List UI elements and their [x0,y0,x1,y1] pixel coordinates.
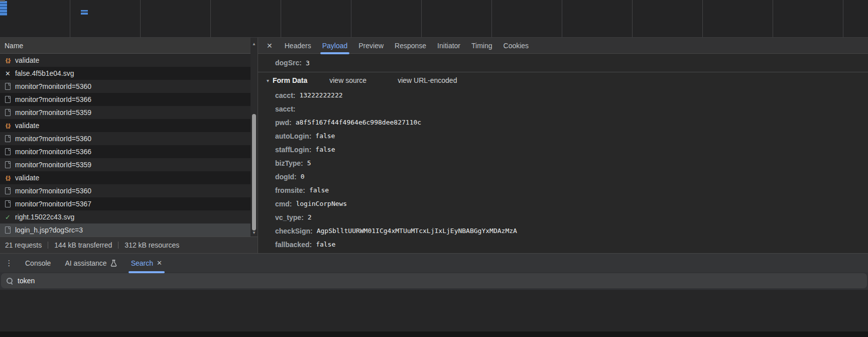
request-row[interactable]: monitor?monitorId=5359 [0,106,251,119]
request-row[interactable]: login_h.jsp?dogSrc=3 [0,223,251,237]
request-row[interactable]: false.4f5b1e04.svg [0,67,251,80]
request-name: monitor?monitorId=5366 [15,95,91,103]
request-row[interactable]: validate [0,171,251,184]
request-row[interactable]: monitor?monitorId=5366 [0,93,251,106]
network-panel: Name validatefalse.4f5b1e04.svgmonitor?m… [0,38,868,253]
request-row[interactable]: validate [0,54,251,67]
param-value: a8f5f167f44f4964e6c998dee827110c [296,119,421,126]
request-row[interactable]: right.15022c43.svg [0,210,251,223]
form-data-param-row: bizType:5 [258,156,868,170]
doc-icon [4,200,12,208]
request-name: validate [15,56,39,64]
query-string-param-row: dogSrc: 3 [258,56,868,69]
param-key: staffLogin: [275,146,311,154]
request-row[interactable]: validate [0,119,251,132]
form-data-param-row: dogId:0 [258,170,868,183]
filmstrip-frame[interactable] [281,0,351,37]
tab-preview[interactable]: Preview [353,38,389,53]
filmstrip-frame[interactable] [422,0,492,37]
name-column-header[interactable]: Name [0,38,251,54]
bottom-edge [0,331,868,337]
request-name: right.15022c43.svg [15,213,74,221]
doc-icon [4,83,12,90]
tab-payload[interactable]: Payload [317,38,353,53]
form-data-param-row: autoLogin:false [258,129,868,143]
tab-response[interactable]: Response [389,38,432,53]
search-field[interactable] [1,273,867,288]
param-key: autoLogin: [275,132,311,140]
filmstrip-frame[interactable] [0,0,70,37]
param-value: loginCorpNews [296,200,347,207]
devtools-window: Name validatefalse.4f5b1e04.svgmonitor?m… [0,0,868,337]
doc-icon [4,96,12,103]
caret-down-icon[interactable]: ▾ [267,78,273,83]
doc-icon [4,109,12,117]
form-data-param-row: vc_type:2 [258,210,868,224]
param-value: 3 [306,59,310,67]
filmstrip-frame[interactable] [492,0,562,37]
search-results-area [0,290,868,331]
request-row[interactable]: monitor?monitorId=5367 [0,197,251,210]
form-data-title[interactable]: Form Data [273,76,307,84]
tab-headers[interactable]: Headers [279,38,317,53]
scroll-up-arrow-icon[interactable]: ▲ [252,38,256,48]
search-icon [7,278,13,284]
scrollbar-thumb[interactable] [252,114,256,231]
search-input[interactable] [18,277,867,285]
request-details-panel: ✕ Headers Payload Preview Response Initi… [258,38,868,253]
request-row[interactable]: monitor?monitorId=5360 [0,132,251,145]
scrollbar-track[interactable] [251,48,258,227]
check-icon [4,213,12,221]
json-icon [4,174,12,182]
param-value: AgpSblltUURWM01ICg4xMTUuMTcxLjIxLjEyNBAB… [317,227,517,235]
filmstrip-frame[interactable] [633,0,703,37]
filmstrip-frame[interactable] [773,0,843,37]
search-tab-label: Search [131,259,153,267]
tab-initiator[interactable]: Initiator [432,38,466,53]
request-name: login_h.jsp?dogSrc=3 [15,226,83,234]
filmstrip-frame[interactable] [141,0,211,37]
form-data-param-row: pwd:a8f5f167f44f4964e6c998dee827110c [258,116,868,129]
view-source-link[interactable]: view source [329,76,366,84]
request-row[interactable]: monitor?monitorId=5360 [0,80,251,93]
tab-console[interactable]: Console [18,254,58,272]
filmstrip-frame[interactable] [351,0,422,37]
request-row[interactable]: monitor?monitorId=5359 [0,158,251,171]
payload-view: dogSrc: 3 ▾ Form Data view source view U… [258,54,868,253]
tab-timing[interactable]: Timing [466,38,498,53]
param-key: checkSign: [275,227,313,235]
resources-size: 312 kB resources [125,241,179,249]
network-filmstrip [0,0,868,38]
tab-cookies[interactable]: Cookies [498,38,535,53]
view-url-encoded-link[interactable]: view URL-encoded [398,76,457,84]
param-key: pwd: [275,119,292,127]
param-key: dogSrc: [275,59,302,67]
json-icon [4,57,12,64]
request-row[interactable]: monitor?monitorId=5366 [0,145,251,158]
more-options-icon[interactable]: ⋮ [0,259,18,268]
param-value: false [315,146,335,153]
doc-icon [4,227,12,234]
tab-ai-assistance[interactable]: AI assistance [58,254,123,272]
filmstrip-frame[interactable] [562,0,633,37]
filmstrip-frame[interactable] [703,0,773,37]
console-tab-label: Console [25,259,51,267]
request-list-scrollbar[interactable]: ▲ ▼ [251,38,258,237]
filmstrip-frame[interactable] [70,0,141,37]
request-row[interactable]: monitor?monitorId=5360 [0,184,251,197]
close-search-tab-icon[interactable]: ✕ [157,259,162,267]
param-value: 2 [308,213,312,221]
ai-assistance-tab-label: AI assistance [65,259,106,267]
request-name: monitor?monitorId=5359 [15,108,91,117]
request-name: monitor?monitorId=5360 [15,187,91,195]
filmstrip-frame[interactable] [843,0,868,37]
request-name: monitor?monitorId=5359 [15,161,91,169]
request-name: monitor?monitorId=5366 [15,148,91,156]
tab-search[interactable]: Search ✕ [124,254,169,272]
param-key: sacct: [275,105,295,113]
filmstrip-frame[interactable] [211,0,281,37]
param-value: 5 [307,159,311,167]
form-data-param-row: staffLogin:false [258,143,868,156]
close-details-icon[interactable]: ✕ [258,42,279,50]
summary-divider [48,242,48,249]
